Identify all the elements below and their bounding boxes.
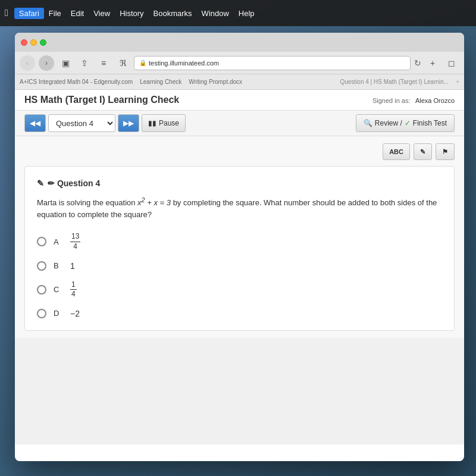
bookmark-3[interactable]: Writing Prompt.docx — [189, 79, 242, 85]
menu-view[interactable]: View — [89, 8, 115, 19]
radio-d[interactable] — [37, 309, 46, 318]
menu-bar:  Safari File Edit View History Bookmark… — [0, 0, 476, 26]
choice-letter-b: B — [54, 261, 63, 270]
choice-b: B 1 — [37, 261, 442, 271]
choice-value-b: 1 — [70, 261, 75, 271]
bookmark-4[interactable]: Question 4 | HS Math (Target I) Learnin.… — [340, 79, 449, 85]
bookmark-2[interactable]: Learning Check — [140, 79, 181, 85]
minimize-button[interactable] — [30, 39, 37, 46]
page-title: HS Math (Target I) Learning Check — [24, 95, 179, 105]
bookmark-1[interactable]: A+ICS Integrated Math 04 - Edgenuity.com — [20, 79, 133, 85]
answer-choices: A 13 4 B 1 — [37, 232, 442, 318]
signed-in-label: Signed in as: — [372, 97, 411, 104]
choice-letter-a: A — [54, 237, 63, 246]
address-bar[interactable]: 🔒 testing.illuminateed.com — [134, 56, 411, 70]
question-label: ✎ ✏ Question 4 — [37, 178, 442, 188]
choice-d: D −2 — [37, 309, 442, 318]
equation: x2 + x = 3 — [137, 198, 171, 207]
nav-bar: ‹ › ▣ ⇪ ≡ ℜ 🔒 testing.illuminateed.com ↻… — [15, 52, 464, 74]
abc-button[interactable]: ABC — [383, 143, 410, 160]
traffic-lights — [21, 39, 46, 46]
choice-value-d: −2 — [70, 309, 80, 318]
reader-button[interactable]: ≡ — [96, 55, 111, 71]
menu-edit[interactable]: Edit — [66, 8, 89, 19]
browser-window: ‹ › ▣ ⇪ ≡ ℜ 🔒 testing.illuminateed.com ↻… — [15, 33, 464, 461]
fraction-denominator-a: 4 — [72, 242, 79, 252]
title-bar — [15, 33, 464, 52]
menu-safari[interactable]: Safari — [14, 8, 44, 19]
radio-a[interactable] — [37, 237, 46, 246]
maximize-button[interactable] — [40, 39, 46, 46]
tab-view-button[interactable]: ▣ — [58, 55, 73, 71]
choice-letter-d: D — [54, 309, 63, 318]
radio-c[interactable] — [37, 285, 46, 295]
review-finish-button[interactable]: 🔍 Review / ✓ Finish Test — [356, 114, 455, 132]
pause-button[interactable]: ▮▮ Pause — [142, 114, 186, 132]
question-nav-left: ◀◀ Question 4 ▶▶ ▮▮ Pause — [24, 114, 186, 132]
bookmarks-bar: A+ICS Integrated Math 04 - Edgenuity.com… — [15, 74, 464, 90]
menu-window[interactable]: Window — [197, 8, 234, 19]
question-selector[interactable]: Question 4 — [48, 114, 115, 132]
apple-menu[interactable]:  — [5, 8, 8, 18]
forward-button[interactable]: › — [39, 55, 54, 71]
page-content: HS Math (Target I) Learning Check Signed… — [15, 90, 464, 444]
menu-history[interactable]: History — [115, 8, 148, 19]
refresh-button[interactable]: ↻ — [414, 58, 421, 68]
back-button[interactable]: ‹ — [20, 55, 35, 71]
choice-value-c: 1 4 — [70, 280, 77, 299]
share-button[interactable]: ⇪ — [77, 55, 92, 71]
flag-button[interactable]: ⚑ — [436, 143, 455, 160]
desktop:  Safari File Edit View History Bookmark… — [0, 0, 476, 476]
lock-icon: 🔒 — [139, 60, 146, 66]
edit-button[interactable]: ✎ — [414, 143, 432, 160]
fraction-denominator-c: 4 — [70, 290, 77, 299]
question-area: ABC ✎ ⚑ ✎ ✏ Question 4 Marta is solving … — [15, 136, 464, 338]
pencil-icon: ✎ — [37, 178, 44, 188]
fraction-numerator-c: 1 — [70, 280, 77, 290]
question-nav: ◀◀ Question 4 ▶▶ ▮▮ Pause 🔍 Review / ✓ F… — [15, 111, 464, 136]
review-label: Review / — [375, 119, 402, 127]
menu-file[interactable]: File — [44, 8, 66, 19]
finish-label: Finish Test — [413, 119, 447, 127]
choice-c: C 1 4 — [37, 280, 442, 299]
prev-question-button[interactable]: ◀◀ — [24, 114, 46, 132]
check-icon: ✓ — [405, 119, 411, 127]
add-tab-button[interactable]: + — [425, 55, 440, 71]
tool-bar: ABC ✎ ⚑ — [24, 143, 455, 160]
signed-in-area: Signed in as: Alexa Orozco — [372, 95, 455, 105]
address-text: testing.illuminateed.com — [149, 60, 219, 67]
question-text: Marta is solving the equation x2 + x = 3… — [37, 195, 442, 220]
choice-letter-c: C — [54, 285, 63, 294]
menu-help[interactable]: Help — [234, 8, 259, 19]
search-icon: 🔍 — [364, 119, 372, 127]
question-title: ✏ Question 4 — [48, 178, 100, 188]
choice-value-a: 13 4 — [70, 232, 80, 251]
signed-in-user: Alexa Orozco — [415, 97, 455, 104]
page-header: HS Math (Target I) Learning Check Signed… — [15, 90, 464, 111]
close-button[interactable] — [21, 39, 27, 46]
reader2-button[interactable]: ℜ — [115, 55, 130, 71]
menu-bookmarks[interactable]: Bookmarks — [149, 8, 197, 19]
pause-icon: ▮▮ — [148, 119, 156, 127]
pause-label: Pause — [159, 119, 179, 127]
radio-b[interactable] — [37, 261, 46, 271]
next-question-button[interactable]: ▶▶ — [118, 114, 139, 132]
question-card: ✎ ✏ Question 4 Marta is solving the equa… — [24, 166, 455, 331]
choice-a: A 13 4 — [37, 232, 442, 251]
sidebar-button[interactable]: ◻ — [444, 55, 459, 71]
fraction-numerator-a: 13 — [70, 232, 80, 242]
